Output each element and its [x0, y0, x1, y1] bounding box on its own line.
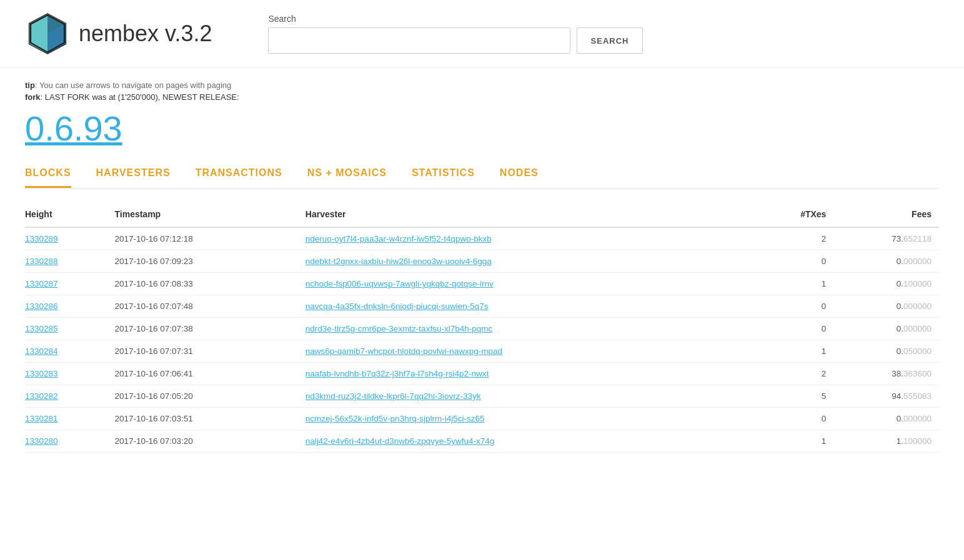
fee-decimal: 000000	[903, 257, 932, 266]
height-link[interactable]: 1330280	[25, 436, 58, 446]
table-row: 13302822017-10-16 07:05:20nd3kmd-ruz3j2-…	[25, 385, 939, 408]
nav-tab-ns-mosaics[interactable]: NS + MOSAICS	[307, 167, 387, 188]
cell-txes: 2	[760, 363, 833, 385]
cell-timestamp: 2017-10-16 07:03:51	[115, 408, 306, 430]
search-button[interactable]: SEARCH	[577, 27, 643, 54]
harvester-link[interactable]: ndrd3e-tlrz5g-cmr6pe-3exmtz-taxfsu-xl7b4…	[306, 324, 492, 333]
table-row: 13302882017-10-16 07:09:23ndebkt-t2gnxx-…	[25, 250, 939, 273]
table-row: 13302872017-10-16 07:08:33nchode-fsp006-…	[25, 273, 939, 295]
version-link[interactable]: 0.6.93	[25, 108, 939, 149]
fork-text: fork: LAST FORK was at (1'250'000), NEWE…	[25, 92, 939, 102]
fee-whole: 0.	[897, 257, 903, 266]
tip-message: : You can use arrows to navigate on page…	[35, 81, 231, 90]
fee-whole: 73.	[892, 234, 903, 243]
cell-fees: 0.100000	[833, 273, 939, 295]
cell-harvester: ndrd3e-tlrz5g-cmr6pe-3exmtz-taxfsu-xl7b4…	[306, 318, 760, 340]
col-header-fees: Fees	[833, 204, 939, 227]
harvester-link[interactable]: nchode-fsp006-uqvwsp-7awgli-yqkqbz-qotqs…	[306, 279, 494, 288]
app-title: nembex v.3.2	[79, 21, 212, 47]
fee-whole: 0.	[897, 346, 903, 356]
cell-height: 1330284	[25, 340, 115, 363]
nav-tab-transactions[interactable]: TRANSACTIONS	[196, 167, 282, 188]
harvester-link[interactable]: ndebkt-t2gnxx-iaxbiu-hiw26l-enoo3w-uooiv…	[306, 257, 492, 266]
table-row: 13302832017-10-16 07:06:41naafab-lvndhb-…	[25, 363, 939, 385]
header: nembex v.3.2 Search SEARCH	[0, 0, 964, 68]
cell-fees: 0.000000	[833, 318, 939, 340]
fee-whole: 0.	[897, 302, 903, 311]
table-row: 13302852017-10-16 07:07:38ndrd3e-tlrz5g-…	[25, 318, 939, 340]
height-link[interactable]: 1330282	[25, 391, 58, 401]
cell-txes: 1	[760, 273, 833, 295]
height-link[interactable]: 1330285	[25, 324, 58, 333]
search-input[interactable]	[268, 27, 570, 54]
cell-txes: 5	[760, 385, 833, 408]
fee-decimal: 100000	[903, 436, 932, 446]
harvester-link[interactable]: naafab-lvndhb-b7q32z-j3hf7a-l7sh4g-rsi4p…	[306, 369, 489, 378]
cell-timestamp: 2017-10-16 07:07:48	[115, 295, 306, 318]
fork-message: : LAST FORK was at (1'250'000), NEWEST R…	[41, 92, 239, 102]
height-link[interactable]: 1330284	[25, 346, 58, 356]
table-row: 13302812017-10-16 07:03:51ncmzej-56x52k-…	[25, 408, 939, 430]
height-link[interactable]: 1330287	[25, 279, 58, 288]
content: tip: You can use arrows to navigate on p…	[0, 68, 964, 465]
cell-height: 1330283	[25, 363, 115, 385]
cell-fees: 0.050000	[833, 340, 939, 363]
height-link[interactable]: 1330283	[25, 369, 58, 378]
height-link[interactable]: 1330288	[25, 257, 58, 266]
cell-timestamp: 2017-10-16 07:09:23	[115, 250, 306, 273]
logo-area: nembex v.3.2	[25, 11, 212, 56]
blocks-table: HeightTimestampHarvester#TXesFees 133028…	[25, 204, 939, 453]
cell-timestamp: 2017-10-16 07:07:38	[115, 318, 306, 340]
tip-label: tip	[25, 81, 35, 90]
cell-txes: 2	[760, 227, 833, 250]
nav-tab-statistics[interactable]: STATISTICS	[412, 167, 475, 188]
cell-fees: 73.652118	[833, 227, 939, 250]
cell-harvester: naafab-lvndhb-b7q32z-j3hf7a-l7sh4g-rsi4p…	[306, 363, 760, 385]
cell-harvester: ncmzej-56x52k-infd5v-pn3hrq-sjplrm-i4j5c…	[306, 408, 760, 430]
fee-whole: 0.	[897, 324, 903, 333]
cell-harvester: nchode-fsp006-uqvwsp-7awgli-yqkqbz-qotqs…	[306, 273, 760, 295]
height-link[interactable]: 1330289	[25, 234, 58, 243]
cell-txes: 0	[760, 250, 833, 273]
table-body: 13302892017-10-16 07:12:18nderuo-oyt7l4-…	[25, 227, 939, 453]
cell-height: 1330281	[25, 408, 115, 430]
fee-whole: 38.	[892, 369, 903, 378]
cell-height: 1330282	[25, 385, 115, 408]
col-header-harvester: Harvester	[306, 204, 760, 227]
cell-txes: 0	[760, 318, 833, 340]
harvester-link[interactable]: ncmzej-56x52k-infd5v-pn3hrq-sjplrm-i4j5c…	[306, 414, 485, 423]
harvester-link[interactable]: nd3kmd-ruz3j2-tildke-lkpr6l-7qq2hi-3iovr…	[306, 391, 481, 401]
cell-height: 1330286	[25, 295, 115, 318]
cell-txes: 0	[760, 295, 833, 318]
fee-decimal: 363600	[903, 369, 932, 378]
cell-height: 1330280	[25, 430, 115, 453]
table-header: HeightTimestampHarvester#TXesFees	[25, 204, 939, 227]
cell-height: 1330287	[25, 273, 115, 295]
nav-tab-harvesters[interactable]: HARVESTERS	[96, 167, 171, 188]
harvester-link[interactable]: navcqa-4a35fx-dnksln-6niodj-piucqi-suwie…	[306, 302, 489, 311]
fee-decimal: 000000	[903, 414, 932, 423]
fee-decimal: 652118	[903, 234, 932, 243]
cell-timestamp: 2017-10-16 07:03:20	[115, 430, 306, 453]
search-row: SEARCH	[268, 27, 643, 54]
cell-fees: 94.555083	[833, 385, 939, 408]
height-link[interactable]: 1330286	[25, 302, 58, 311]
cell-timestamp: 2017-10-16 07:05:20	[115, 385, 306, 408]
col-header-height: Height	[25, 204, 115, 227]
cell-height: 1330288	[25, 250, 115, 273]
harvester-link[interactable]: nalj42-e4v6ri-4zb4ut-d3nwb6-zpqvye-5ywfu…	[306, 436, 494, 446]
cell-harvester: nalj42-e4v6ri-4zb4ut-d3nwb6-zpqvye-5ywfu…	[306, 430, 760, 453]
fee-whole: 0.	[897, 414, 903, 423]
cell-harvester: nderuo-oyt7l4-paa3ar-w4rznf-iw5f52-t4qpw…	[306, 227, 760, 250]
cell-height: 1330285	[25, 318, 115, 340]
nav-tab-nodes[interactable]: NODES	[500, 167, 539, 188]
height-link[interactable]: 1330281	[25, 414, 58, 423]
cell-txes: 1	[760, 340, 833, 363]
table-row: 13302892017-10-16 07:12:18nderuo-oyt7l4-…	[25, 227, 939, 250]
col-header-timestamp: Timestamp	[115, 204, 306, 227]
fork-label: fork	[25, 92, 41, 102]
cell-timestamp: 2017-10-16 07:08:33	[115, 273, 306, 295]
harvester-link[interactable]: nderuo-oyt7l4-paa3ar-w4rznf-iw5f52-t4qpw…	[306, 234, 492, 243]
nav-tab-blocks[interactable]: BLOCKS	[25, 167, 71, 188]
harvester-link[interactable]: naws6p-qamib7-whcpot-hlotdq-povlwi-nawxp…	[306, 346, 502, 356]
